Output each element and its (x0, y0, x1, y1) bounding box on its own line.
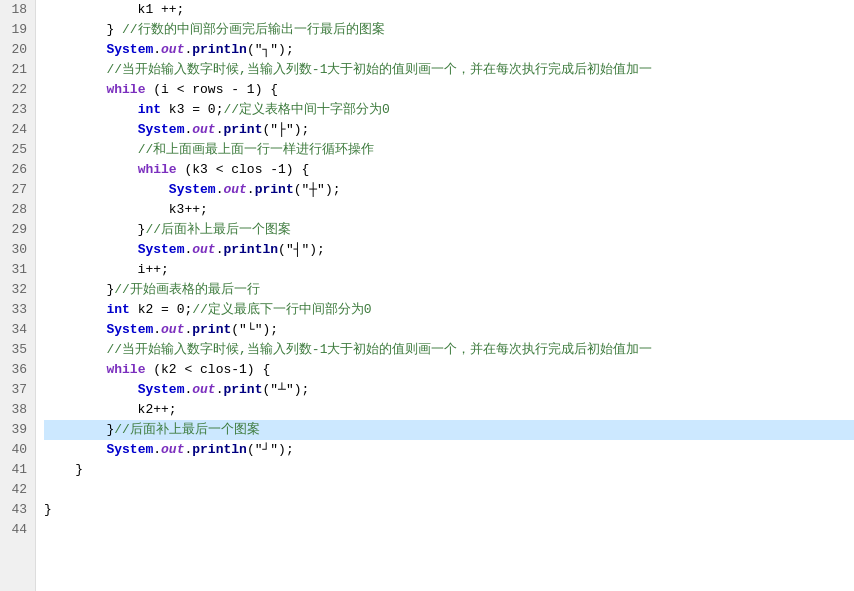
line-number: 32 (8, 280, 27, 300)
line-number: 21 (8, 60, 27, 80)
line-number: 28 (8, 200, 27, 220)
line-number: 18 (8, 0, 27, 20)
line-number: 39 (8, 420, 27, 440)
line-number: 40 (8, 440, 27, 460)
code-line: } (44, 500, 854, 520)
code-line: }//开始画表格的最后一行 (44, 280, 854, 300)
line-number: 43 (8, 500, 27, 520)
line-number: 22 (8, 80, 27, 100)
code-line: System.out.println("┐"); (44, 40, 854, 60)
code-line: i++; (44, 260, 854, 280)
line-number: 31 (8, 260, 27, 280)
code-line: k1 ++; (44, 0, 854, 20)
line-number: 33 (8, 300, 27, 320)
code-line: k3++; (44, 200, 854, 220)
code-line: System.out.println("┤"); (44, 240, 854, 260)
code-line: //和上面画最上面一行一样进行循环操作 (44, 140, 854, 160)
line-number: 25 (8, 140, 27, 160)
code-line: System.out.print("┴"); (44, 380, 854, 400)
code-line: while (k3 < clos -1) { (44, 160, 854, 180)
line-number: 20 (8, 40, 27, 60)
line-number: 24 (8, 120, 27, 140)
line-number: 37 (8, 380, 27, 400)
code-line: int k2 = 0;//定义最底下一行中间部分为0 (44, 300, 854, 320)
code-line: }//后面补上最后一个图案 (44, 420, 854, 440)
code-line: } (44, 460, 854, 480)
code-line: }//后面补上最后一个图案 (44, 220, 854, 240)
code-line: System.out.println("┘"); (44, 440, 854, 460)
code-area: k1 ++; } //行数的中间部分画完后输出一行最后的图案 System.ou… (36, 0, 854, 591)
code-line: System.out.print("└"); (44, 320, 854, 340)
line-number: 34 (8, 320, 27, 340)
code-line: System.out.print("├"); (44, 120, 854, 140)
code-line: System.out.print("┼"); (44, 180, 854, 200)
line-number: 36 (8, 360, 27, 380)
line-number: 44 (8, 520, 27, 540)
code-line: //当开始输入数字时候,当输入列数-1大于初始的值则画一个，并在每次执行完成后初… (44, 340, 854, 360)
line-number: 19 (8, 20, 27, 40)
line-number: 38 (8, 400, 27, 420)
code-line: k2++; (44, 400, 854, 420)
line-number: 42 (8, 480, 27, 500)
line-number: 30 (8, 240, 27, 260)
line-number: 26 (8, 160, 27, 180)
code-line: while (k2 < clos-1) { (44, 360, 854, 380)
line-number: 23 (8, 100, 27, 120)
code-line: while (i < rows - 1) { (44, 80, 854, 100)
line-number: 41 (8, 460, 27, 480)
code-line: //当开始输入数字时候,当输入列数-1大于初始的值则画一个，并在每次执行完成后初… (44, 60, 854, 80)
line-number: 27 (8, 180, 27, 200)
line-number: 29 (8, 220, 27, 240)
code-line: } //行数的中间部分画完后输出一行最后的图案 (44, 20, 854, 40)
code-line: int k3 = 0;//定义表格中间十字部分为0 (44, 100, 854, 120)
line-number: 35 (8, 340, 27, 360)
code-line (44, 520, 854, 540)
code-editor: 1819202122232425262728293031323334353637… (0, 0, 854, 591)
code-line (44, 480, 854, 500)
line-numbers: 1819202122232425262728293031323334353637… (0, 0, 36, 591)
